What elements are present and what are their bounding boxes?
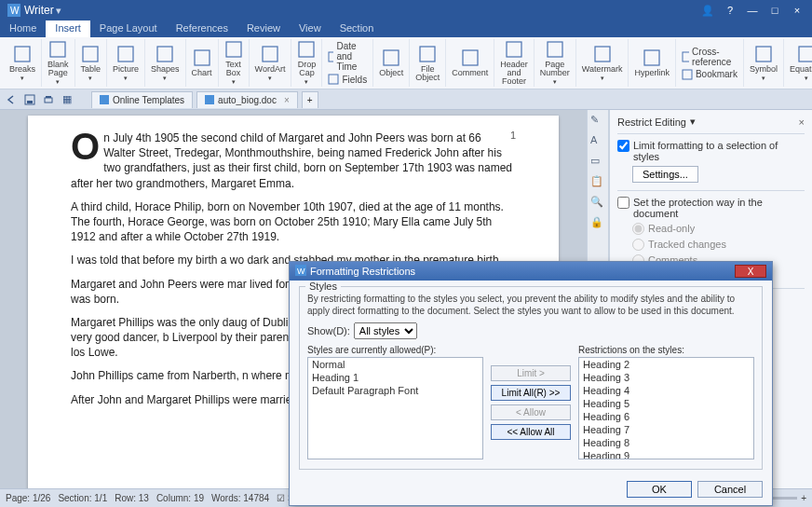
ribbon-comment[interactable]: Comment — [446, 39, 494, 87]
ribbon-chart[interactable]: Chart — [186, 39, 219, 87]
limit-all-button[interactable]: Limit All(R) >> — [491, 385, 571, 401]
ribbon-hyperlink[interactable]: Hyperlink — [629, 39, 676, 87]
ribbon-icon — [754, 45, 773, 63]
menu-tab-references[interactable]: References — [167, 21, 237, 37]
qa-print-icon[interactable] — [41, 92, 56, 107]
ribbon-icon — [418, 45, 437, 63]
list-item[interactable]: Normal — [308, 358, 482, 371]
ribbon-date-and-time[interactable]: Date and Time — [328, 40, 367, 73]
list-item[interactable]: Heading 6 — [579, 410, 753, 423]
svg-rect-22 — [756, 47, 771, 62]
ribbon-shapes[interactable]: Shapes ▾ — [145, 39, 186, 87]
qa-preview-icon[interactable]: ▦ — [60, 92, 74, 107]
qa-undo-icon[interactable] — [4, 92, 19, 107]
app-dropdown-icon[interactable]: ▾ — [56, 5, 61, 17]
paragraph[interactable]: A third child, Horace Philip, born on No… — [71, 199, 516, 245]
cancel-button[interactable]: Cancel — [697, 481, 763, 498]
doc-tab[interactable]: auto_biog.doc× — [196, 91, 298, 108]
user-icon[interactable]: 👤 — [697, 5, 719, 17]
side-font-icon[interactable]: A — [590, 134, 605, 149]
app-logo-icon: W — [7, 4, 20, 17]
ribbon-header-and[interactable]: Header andFooter — [494, 39, 535, 87]
allow-button[interactable]: < Allow — [491, 404, 571, 420]
help-icon[interactable]: ? — [719, 5, 741, 16]
ribbon-table[interactable]: Table ▾ — [75, 39, 108, 87]
ribbon-small-group: Cross-referenceBookmark — [676, 39, 744, 87]
menu-tab-page-layout[interactable]: Page Layout — [90, 21, 167, 37]
add-tab-button[interactable]: + — [302, 91, 318, 108]
ribbon-breaks[interactable]: Breaks ▾ — [4, 39, 42, 87]
list-item[interactable]: Heading 3 — [579, 371, 753, 384]
window-close[interactable]: × — [786, 5, 808, 16]
ribbon-fields[interactable]: Fields — [328, 73, 367, 86]
ribbon-icon — [643, 48, 661, 67]
ribbon-file-object[interactable]: File Object — [410, 39, 446, 87]
list-item[interactable]: Heading 4 — [579, 384, 753, 397]
ribbon-icon — [546, 40, 564, 59]
ribbon-blank[interactable]: BlankPage ▾ — [42, 39, 75, 87]
svg-text:W: W — [10, 6, 20, 16]
svg-rect-17 — [548, 42, 562, 57]
doc-tab[interactable]: Online Templates — [91, 91, 193, 108]
side-style-icon[interactable]: ✎ — [590, 114, 605, 129]
side-clipboard-icon[interactable]: 📋 — [590, 175, 605, 190]
svg-rect-13 — [384, 50, 399, 65]
menu-tab-section[interactable]: Section — [331, 21, 384, 37]
list-item[interactable]: Heading 1 — [308, 371, 482, 384]
side-search-icon[interactable]: 🔍 — [590, 196, 605, 211]
menu-tab-review[interactable]: Review — [237, 21, 290, 37]
ribbon-wordart[interactable]: WordArt ▾ — [250, 39, 292, 87]
list-item[interactable]: Default Paragraph Font — [308, 384, 482, 397]
svg-rect-8 — [226, 42, 241, 57]
list-item[interactable]: Heading 2 — [579, 358, 753, 371]
svg-rect-20 — [683, 52, 689, 62]
paragraph[interactable]: On July 4th 1905 the second child of Mar… — [71, 130, 516, 191]
ok-button[interactable]: OK — [627, 481, 692, 498]
list-item[interactable]: Heading 8 — [579, 436, 753, 449]
ribbon-bookmark[interactable]: Bookmark — [682, 68, 738, 81]
ribbon-page[interactable]: PageNumber ▾ — [535, 39, 576, 87]
show-dropdown[interactable]: All styles — [354, 322, 417, 339]
ribbon-equation[interactable]: Equation ▾ — [784, 39, 812, 87]
svg-rect-21 — [683, 70, 692, 79]
window-minimize[interactable]: — — [741, 5, 764, 16]
list-item[interactable]: Heading 5 — [579, 397, 753, 410]
status-section: Section: 1/1 — [58, 493, 107, 503]
limit-button[interactable]: Limit > — [491, 365, 571, 381]
svg-rect-2 — [15, 47, 30, 62]
set-protection-checkbox[interactable]: Set the protection way in the document — [617, 197, 805, 219]
window-maximize[interactable]: □ — [764, 5, 786, 16]
ribbon-text-box[interactable]: Text Box ▾ — [219, 39, 250, 87]
list-item[interactable]: Heading 7 — [579, 423, 753, 436]
restricted-styles-list[interactable]: Heading 2Heading 3Heading 4Heading 5Head… — [578, 357, 754, 459]
ribbon-watermark[interactable]: Watermark ▾ — [576, 39, 629, 87]
side-restrict-icon[interactable]: 🔒 — [590, 216, 605, 231]
close-tab-icon[interactable]: × — [284, 95, 290, 105]
dialog-close-button[interactable]: X — [735, 265, 766, 278]
ribbon-picture[interactable]: Picture ▾ — [107, 39, 145, 87]
limit-formatting-checkbox[interactable]: Limit formatting to a selection of style… — [617, 140, 805, 162]
menu-tab-home[interactable]: Home — [0, 21, 46, 37]
ribbon-cross-reference[interactable]: Cross-reference — [682, 46, 738, 68]
svg-rect-29 — [205, 95, 214, 104]
ribbon-symbol[interactable]: Symbol ▾ — [744, 39, 784, 87]
ribbon-icon — [382, 48, 400, 67]
ribbon-icon — [297, 40, 316, 59]
ribbon-drop-cap[interactable]: Drop Cap ▾ — [291, 39, 322, 87]
qa-save-icon[interactable] — [22, 92, 37, 107]
dialog-title: Formatting Restrictions — [310, 266, 415, 277]
list-item[interactable]: Heading 9 — [579, 449, 753, 459]
panel-title: Restrict Editing — [617, 116, 686, 128]
svg-rect-19 — [644, 50, 659, 65]
svg-rect-5 — [118, 47, 133, 62]
allowed-styles-list[interactable]: NormalHeading 1Default Paragraph Font — [307, 357, 483, 459]
ribbon-object[interactable]: Object — [373, 39, 410, 87]
settings-button[interactable]: Settings... — [632, 166, 698, 183]
side-select-icon[interactable]: ▭ — [590, 155, 605, 170]
allow-all-button[interactable]: << Allow All — [491, 424, 571, 440]
panel-close-icon[interactable]: × — [799, 116, 805, 128]
menu-tab-insert[interactable]: Insert — [46, 21, 90, 37]
protection-radio-tracked-changes: Tracked changes — [632, 239, 805, 251]
menu-tab-view[interactable]: View — [290, 21, 331, 37]
drop-cap: O — [71, 130, 103, 162]
